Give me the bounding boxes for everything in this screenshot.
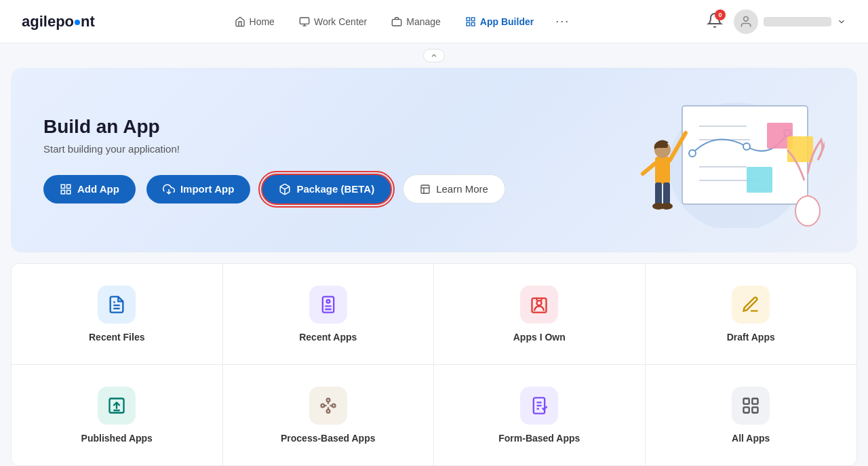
bell-button[interactable]: 0 bbox=[707, 12, 723, 31]
all-apps-label: All Apps bbox=[732, 433, 770, 444]
apps-i-own-item[interactable]: Apps I Own bbox=[434, 264, 646, 365]
user-avatar bbox=[734, 9, 758, 34]
form-based-item[interactable]: Form-Based Apps bbox=[434, 365, 646, 465]
nav-right: 0 bbox=[707, 9, 846, 34]
bell-badge: 0 bbox=[715, 9, 726, 20]
user-menu[interactable] bbox=[734, 9, 846, 34]
svg-rect-3 bbox=[393, 19, 401, 25]
draft-apps-label: Draft Apps bbox=[727, 332, 775, 343]
navbar: agilepont Home Work Center Manage bbox=[0, 0, 868, 43]
svg-rect-10 bbox=[67, 185, 71, 188]
recent-apps-icon-wrap bbox=[309, 286, 347, 324]
svg-point-56 bbox=[326, 410, 330, 413]
grid-icon bbox=[465, 16, 476, 27]
nav-appbuilder-label: App Builder bbox=[480, 16, 534, 27]
recent-files-label: Recent Files bbox=[89, 332, 144, 343]
svg-rect-4 bbox=[467, 18, 470, 21]
hero-content: Build an App Start building your applica… bbox=[43, 116, 608, 205]
svg-rect-12 bbox=[67, 190, 71, 193]
svg-rect-67 bbox=[744, 407, 749, 412]
svg-rect-30 bbox=[655, 157, 670, 184]
nav-home[interactable]: Home bbox=[225, 11, 284, 33]
nav-manage[interactable]: Manage bbox=[382, 11, 450, 33]
package-button[interactable]: Package (BETA) bbox=[261, 174, 392, 205]
all-apps-icon bbox=[741, 396, 760, 415]
svg-rect-15 bbox=[421, 185, 429, 193]
published-apps-item[interactable]: Published Apps bbox=[12, 365, 223, 465]
hero-section: Build an App Start building your applica… bbox=[11, 68, 857, 252]
home-icon bbox=[235, 16, 245, 27]
nav-home-label: Home bbox=[250, 16, 275, 27]
user-name-label bbox=[764, 17, 831, 26]
apps-icon bbox=[319, 295, 338, 314]
nav-workcenter-label: Work Center bbox=[314, 16, 367, 27]
process-icon bbox=[319, 396, 338, 415]
nav-links: Home Work Center Manage App Builder bbox=[95, 9, 707, 34]
hero-title: Build an App bbox=[43, 116, 608, 138]
nav-more[interactable]: ··· bbox=[549, 9, 576, 34]
monitor-icon bbox=[299, 16, 310, 27]
form-based-icon-wrap bbox=[520, 387, 558, 425]
published-apps-icon-wrap bbox=[98, 387, 136, 425]
chevron-up-icon bbox=[430, 52, 438, 60]
svg-rect-65 bbox=[744, 399, 749, 404]
svg-point-38 bbox=[795, 196, 820, 226]
import-app-button[interactable]: Import App bbox=[146, 175, 250, 203]
collapse-button[interactable] bbox=[423, 49, 445, 62]
process-based-icon-wrap bbox=[309, 387, 347, 425]
pencil-icon bbox=[741, 295, 760, 314]
svg-point-25 bbox=[743, 143, 750, 150]
svg-rect-5 bbox=[471, 18, 475, 21]
svg-point-55 bbox=[332, 404, 336, 408]
learn-icon bbox=[420, 184, 431, 195]
recent-files-icon-wrap bbox=[98, 286, 136, 324]
briefcase-icon bbox=[391, 16, 402, 27]
svg-point-8 bbox=[744, 16, 749, 21]
recent-apps-item[interactable]: Recent Apps bbox=[223, 264, 435, 365]
svg-rect-7 bbox=[471, 22, 475, 26]
recent-files-item[interactable]: Recent Files bbox=[12, 264, 223, 365]
svg-point-53 bbox=[321, 404, 324, 408]
svg-rect-35 bbox=[663, 182, 670, 206]
hero-subtitle: Start building your application! bbox=[43, 143, 608, 155]
illustration-svg bbox=[614, 92, 825, 228]
upload-icon bbox=[107, 396, 126, 415]
logo-text: agilepont bbox=[22, 13, 95, 31]
add-app-button[interactable]: Add App bbox=[43, 175, 136, 203]
package-icon bbox=[279, 183, 291, 195]
collapse-bar bbox=[0, 43, 868, 68]
logo[interactable]: agilepont bbox=[22, 13, 95, 31]
hero-illustration bbox=[608, 92, 825, 228]
svg-line-33 bbox=[643, 163, 655, 174]
all-apps-item[interactable]: All Apps bbox=[646, 365, 857, 465]
svg-rect-6 bbox=[467, 22, 470, 26]
svg-rect-11 bbox=[61, 190, 64, 193]
apps-i-own-icon-wrap bbox=[520, 286, 558, 324]
nav-appbuilder[interactable]: App Builder bbox=[456, 11, 543, 33]
nav-workcenter[interactable]: Work Center bbox=[290, 11, 376, 33]
svg-rect-9 bbox=[61, 185, 64, 188]
learn-more-button[interactable]: Learn More bbox=[403, 174, 505, 203]
recent-apps-label: Recent Apps bbox=[299, 332, 357, 343]
svg-rect-66 bbox=[753, 399, 758, 404]
svg-rect-68 bbox=[753, 407, 758, 412]
add-app-icon bbox=[60, 183, 72, 195]
import-icon bbox=[163, 183, 175, 195]
form-icon bbox=[530, 396, 549, 415]
apps-i-own-label: Apps I Own bbox=[513, 332, 566, 343]
svg-rect-34 bbox=[655, 182, 662, 206]
form-based-label: Form-Based Apps bbox=[498, 433, 580, 444]
apps-grid: Recent Files Recent Apps Apps I Own bbox=[11, 263, 857, 466]
nav-manage-label: Manage bbox=[406, 16, 441, 27]
all-apps-icon-wrap bbox=[732, 387, 770, 425]
process-based-label: Process-Based Apps bbox=[281, 433, 376, 444]
chevron-down-icon bbox=[837, 17, 846, 26]
file-icon bbox=[107, 295, 126, 314]
draft-apps-icon-wrap bbox=[732, 286, 770, 324]
user-icon bbox=[739, 15, 753, 28]
svg-point-24 bbox=[689, 150, 696, 157]
published-apps-label: Published Apps bbox=[81, 433, 153, 444]
process-based-item[interactable]: Process-Based Apps bbox=[223, 365, 435, 465]
draft-apps-item[interactable]: Draft Apps bbox=[646, 264, 857, 365]
svg-point-43 bbox=[326, 300, 330, 303]
